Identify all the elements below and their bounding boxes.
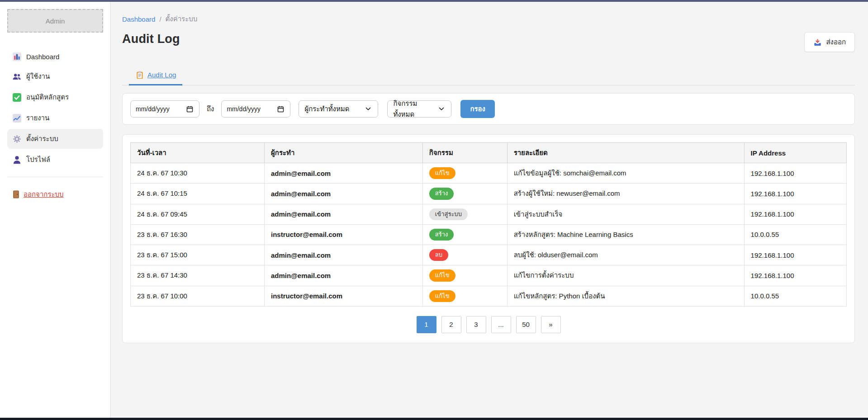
breadcrumb-dashboard-link[interactable]: Dashboard (122, 15, 155, 23)
tab-bar: Audit Log (122, 66, 855, 85)
actor-filter-select[interactable]: ผู้กระทำทั้งหมด (299, 100, 378, 118)
brand-label: Admin (46, 17, 65, 25)
dashboard-icon (13, 52, 21, 61)
bottom-accent-bar (0, 418, 868, 420)
cell-action: แก้ไข (422, 163, 507, 184)
date-to-placeholder: mm/dd/yyyy (227, 105, 261, 113)
sidebar-item-profile[interactable]: โปรไฟล์ (7, 150, 103, 170)
approve-check-icon (13, 93, 21, 102)
sidebar-item-dashboard[interactable]: Dashboard (7, 48, 103, 66)
calendar-icon[interactable] (185, 105, 194, 113)
cell-actor: admin@email.com (265, 245, 423, 265)
pagination-next[interactable]: » (541, 316, 561, 333)
sidebar-item-users[interactable]: ผู้ใช้งาน (7, 66, 103, 86)
sidebar-item-course-approval[interactable]: อนุมัติหลักสูตร (7, 87, 103, 107)
actor-filter-selected-value: ผู้กระทำทั้งหมด (304, 104, 349, 114)
cell-datetime: 24 ธ.ค. 67 10:15 (131, 184, 265, 204)
action-badge-edit: แก้ไข (429, 269, 455, 281)
cell-ip: 192.168.1.100 (744, 245, 846, 265)
pagination-page-3[interactable]: 3 (466, 316, 486, 333)
activity-filter-selected-value: กิจกรรมทั้งหมด (393, 98, 430, 120)
column-header-action: กิจกรรม (422, 143, 507, 163)
gear-icon (13, 135, 21, 143)
chevron-down-icon (364, 105, 372, 113)
sidebar-item-label: รายงาน (26, 113, 49, 123)
cell-ip: 192.168.1.100 (744, 204, 846, 224)
cell-actor: admin@email.com (265, 184, 423, 204)
cell-action: เข้าสู่ระบบ (422, 204, 507, 224)
table-row: 24 ธ.ค. 67 10:15admin@email.comสร้างสร้า… (131, 184, 847, 204)
calendar-icon[interactable] (276, 105, 285, 113)
pagination: 123...50» (130, 316, 847, 333)
cell-actor: admin@email.com (265, 204, 423, 224)
cell-actor: instructor@email.com (265, 224, 423, 245)
sidebar-item-reports[interactable]: รายงาน (7, 108, 103, 128)
pagination-ellipsis: ... (491, 316, 511, 333)
breadcrumb-current: ตั้งค่าระบบ (166, 14, 198, 24)
table-row: 23 ธ.ค. 67 15:00admin@email.comลบลบผู้ใช… (131, 245, 847, 265)
column-header-actor: ผู้กระทำ (265, 143, 423, 163)
breadcrumb-separator: / (159, 15, 161, 23)
sidebar-item-label: โปรไฟล์ (26, 154, 50, 165)
export-button-label: ส่งออก (826, 37, 846, 47)
filter-card: mm/dd/yyyy ถึง mm/dd/yyyy ผู้กระทำทั้งหม… (122, 93, 855, 125)
sidebar-item-label: อนุมัติหลักสูตร (26, 92, 69, 103)
sidebar-item-label: Dashboard (26, 53, 59, 61)
table-row: 24 ธ.ค. 67 10:30admin@email.comแก้ไขแก้ไ… (131, 163, 847, 184)
cell-actor: admin@email.com (265, 265, 423, 286)
cell-action: แก้ไข (422, 286, 507, 306)
action-badge-create: สร้าง (429, 188, 454, 199)
table-row: 23 ธ.ค. 67 14:30admin@email.comแก้ไขแก้ไ… (131, 265, 847, 286)
cell-action: สร้าง (422, 184, 507, 204)
date-from-input[interactable]: mm/dd/yyyy (130, 100, 199, 118)
users-icon (13, 72, 21, 81)
cell-detail: ลบผู้ใช้: olduser@email.com (507, 245, 744, 265)
export-tray-icon (813, 38, 822, 47)
export-button[interactable]: ส่งออก (804, 32, 855, 52)
table-header-row: วันที่-เวลา ผู้กระทำ กิจกรรม รายละเอียด … (131, 143, 847, 163)
tab-audit-log-label: Audit Log (147, 71, 176, 79)
cell-detail: สร้างผู้ใช้ใหม่: newuser@email.com (507, 184, 744, 204)
sidebar-item-system-settings[interactable]: ตั้งค่าระบบ (7, 129, 103, 149)
cell-action: สร้าง (422, 224, 507, 245)
column-header-datetime: วันที่-เวลา (131, 143, 265, 163)
page-title: Audit Log (122, 32, 180, 46)
table-row: 23 ธ.ค. 67 16:30instructor@email.comสร้า… (131, 224, 847, 245)
table-row: 23 ธ.ค. 67 10:00instructor@email.comแก้ไ… (131, 286, 847, 306)
breadcrumb: Dashboard / ตั้งค่าระบบ (122, 14, 855, 24)
cell-action: ลบ (422, 245, 507, 265)
cell-detail: แก้ไขหลักสูตร: Python เบื้องต้น (507, 286, 744, 306)
action-badge-edit: แก้ไข (429, 167, 455, 179)
cell-ip: 192.168.1.100 (744, 163, 846, 184)
door-icon (13, 190, 19, 198)
cell-detail: แก้ไขการตั้งค่าระบบ (507, 265, 744, 286)
action-badge-create: สร้าง (429, 229, 454, 241)
cell-datetime: 23 ธ.ค. 67 16:30 (131, 224, 265, 245)
activity-filter-select[interactable]: กิจกรรมทั้งหมด (387, 100, 451, 118)
pagination-page-2[interactable]: 2 (441, 316, 461, 333)
date-range-to-label: ถึง (206, 104, 215, 114)
cell-datetime: 23 ธ.ค. 67 14:30 (131, 265, 265, 286)
clipboard-icon (135, 71, 144, 79)
cell-actor: admin@email.com (265, 163, 423, 184)
cell-ip: 10.0.0.55 (744, 224, 846, 245)
cell-action: แก้ไข (422, 265, 507, 286)
logout-label: ออกจากระบบ (24, 189, 64, 200)
person-icon (13, 156, 21, 164)
action-badge-edit: แก้ไข (429, 290, 455, 302)
tab-audit-log[interactable]: Audit Log (129, 66, 182, 85)
date-to-input[interactable]: mm/dd/yyyy (221, 100, 290, 118)
action-badge-login: เข้าสู่ระบบ (429, 208, 468, 220)
cell-ip: 192.168.1.100 (744, 265, 846, 286)
column-header-detail: รายละเอียด (507, 143, 744, 163)
sidebar-item-label: ผู้ใช้งาน (26, 71, 50, 82)
table-row: 24 ธ.ค. 67 09:45admin@email.comเข้าสู่ระ… (131, 204, 847, 224)
filter-button[interactable]: กรอง (460, 100, 494, 118)
cell-detail: แก้ไขข้อมูลผู้ใช้: somchai@email.com (507, 163, 744, 184)
pagination-page-50[interactable]: 50 (516, 316, 536, 333)
audit-log-table: วันที่-เวลา ผู้กระทำ กิจกรรม รายละเอียด … (130, 142, 847, 307)
logout-link[interactable]: ออกจากระบบ (7, 187, 103, 202)
sidebar-menu: Dashboardผู้ใช้งานอนุมัติหลักสูตรรายงานต… (7, 48, 103, 170)
main-content: Dashboard / ตั้งค่าระบบ Audit Log ส่งออก… (111, 2, 868, 418)
pagination-page-1[interactable]: 1 (417, 316, 436, 333)
